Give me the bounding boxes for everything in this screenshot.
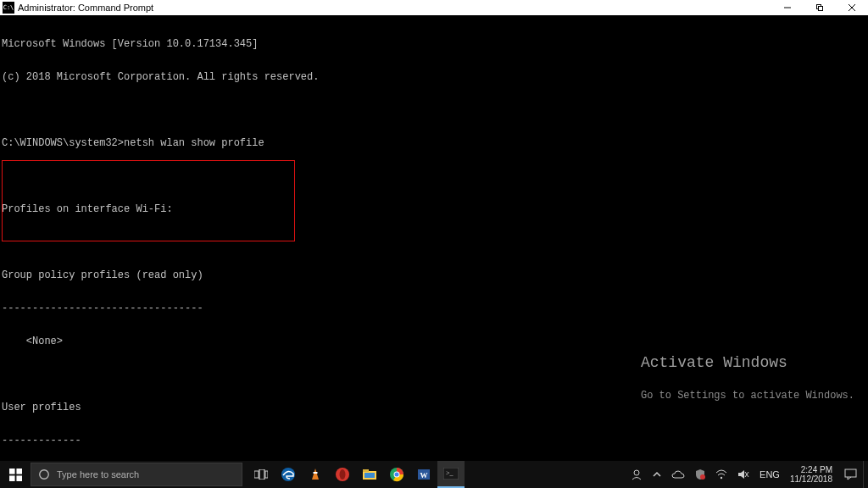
prompt-path: C:\WINDOWS\system32>	[2, 137, 124, 149]
output-gpo-heading: Group policy profiles (read only)	[2, 270, 868, 281]
svg-rect-34	[845, 469, 856, 477]
show-desktop-button[interactable]	[863, 461, 868, 488]
taskbar-app-word[interactable]: W	[410, 461, 437, 488]
windows-icon	[9, 469, 22, 481]
svg-rect-6	[16, 469, 22, 474]
svg-marker-14	[312, 469, 319, 480]
svg-rect-19	[363, 469, 369, 472]
prompt-command: netsh wlan show profile	[124, 137, 264, 149]
edge-icon	[280, 466, 297, 483]
taskbar-app-explorer[interactable]	[356, 461, 383, 488]
chrome-icon	[389, 467, 404, 482]
activate-windows-watermark: Activate Windows Go to Settings to activ…	[641, 336, 854, 424]
svg-rect-2	[819, 7, 823, 11]
svg-point-28	[634, 470, 639, 475]
svg-point-9	[40, 470, 49, 480]
terminal-icon: >_	[443, 468, 459, 480]
window-title: Administrator: Command Prompt	[18, 3, 153, 13]
taskbar-app-chrome[interactable]	[383, 461, 410, 488]
clock-date: 11/12/2018	[790, 474, 832, 484]
taskbar-app-opera[interactable]	[329, 461, 356, 488]
output-interface-heading: Profiles on interface Wi-Fi:	[2, 204, 868, 215]
svg-rect-5	[9, 469, 15, 474]
svg-rect-15	[314, 472, 318, 474]
svg-marker-31	[738, 470, 744, 479]
vlc-icon	[308, 467, 323, 482]
folder-icon	[362, 468, 377, 481]
close-button[interactable]	[836, 0, 868, 15]
tray-language[interactable]: ENG	[754, 461, 785, 488]
console-area[interactable]: Microsoft Windows [Version 10.0.17134.34…	[0, 15, 868, 461]
console-prompt-line: C:\WINDOWS\system32>netsh wlan show prof…	[2, 138, 868, 149]
svg-rect-10	[254, 471, 259, 478]
cmd-icon: C:\	[3, 2, 14, 14]
tray-overflow[interactable]	[648, 461, 666, 488]
tray-network[interactable]	[710, 461, 732, 488]
tray-volume[interactable]	[732, 461, 754, 488]
console-banner: Microsoft Windows [Version 10.0.17134.34…	[2, 39, 868, 50]
volume-muted-icon	[737, 469, 749, 480]
action-center-button[interactable]	[837, 461, 863, 488]
watermark-heading: Activate Windows	[641, 358, 854, 369]
svg-point-17	[340, 469, 346, 480]
cmd-window: C:\ Administrator: Command Prompt Micros…	[0, 0, 868, 488]
maximize-button[interactable]	[804, 0, 836, 15]
tray-people[interactable]	[626, 461, 648, 488]
svg-rect-8	[16, 475, 22, 481]
svg-rect-11	[259, 469, 264, 480]
console-copyright: (c) 2018 Microsoft Corporation. All righ…	[2, 72, 868, 83]
svg-point-29	[700, 474, 705, 480]
shield-icon	[695, 469, 705, 480]
svg-rect-12	[265, 471, 268, 478]
output-rule: -------------	[2, 435, 868, 446]
chevron-up-icon	[653, 470, 661, 479]
opera-icon	[335, 467, 350, 482]
taskbar-app-vlc[interactable]	[302, 461, 329, 488]
output-rule: ---------------------------------	[2, 303, 868, 314]
svg-rect-7	[9, 475, 15, 481]
svg-text:>_: >_	[446, 469, 454, 477]
cloud-icon	[671, 469, 685, 480]
search-placeholder: Type here to search	[57, 469, 139, 480]
watermark-sub: Go to Settings to activate Windows.	[641, 391, 854, 402]
clock-time: 2:24 PM	[801, 465, 832, 474]
start-button[interactable]	[0, 461, 31, 488]
people-icon	[631, 469, 643, 480]
minimize-button[interactable]	[771, 0, 804, 15]
word-icon: W	[416, 467, 431, 482]
taskbar-search[interactable]: Type here to search	[31, 463, 242, 486]
svg-rect-20	[364, 473, 375, 478]
tray-onedrive[interactable]	[666, 461, 690, 488]
titlebar: C:\ Administrator: Command Prompt	[0, 0, 868, 15]
svg-text:W: W	[420, 471, 428, 480]
notification-icon	[844, 469, 857, 480]
taskbar-app-cmd[interactable]: >_	[437, 461, 465, 488]
taskbar: Type here to search W >_	[0, 461, 868, 488]
system-tray: ENG 2:24 PM 11/12/2018	[626, 461, 868, 488]
tray-security[interactable]	[690, 461, 710, 488]
taskbar-app-edge[interactable]	[275, 461, 302, 488]
svg-point-30	[721, 477, 722, 479]
wifi-icon	[715, 469, 727, 480]
svg-point-23	[395, 473, 399, 477]
tray-clock[interactable]: 2:24 PM 11/12/2018	[785, 465, 837, 484]
cortana-icon	[38, 469, 50, 480]
task-view-button[interactable]	[248, 461, 275, 488]
